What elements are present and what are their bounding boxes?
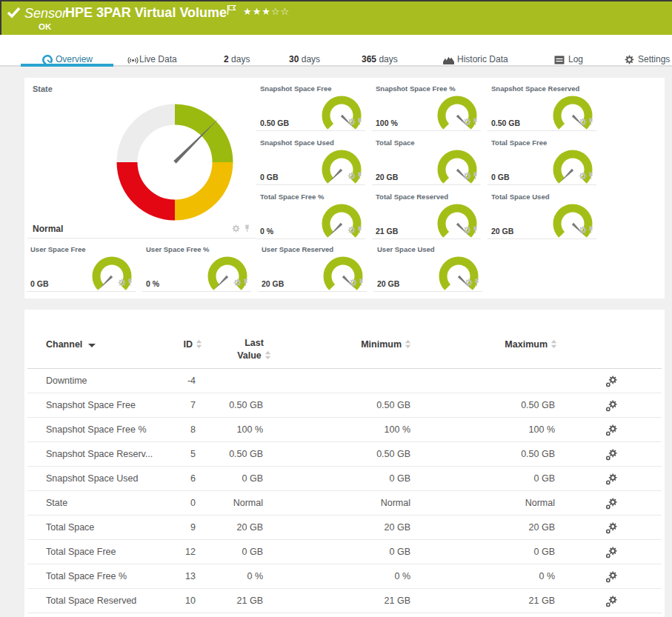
channel-last-value: 0 GB [242, 540, 264, 564]
table-row: State 0 Normal Normal Normal [27, 491, 662, 516]
channel-id: 9 [190, 516, 196, 539]
gauge-settings-icon[interactable] [233, 276, 242, 288]
gauge-settings-icon[interactable] [579, 115, 587, 127]
channel-name[interactable]: Total Space Reserved [46, 589, 136, 613]
gauge-pin-icon[interactable] [587, 115, 595, 127]
gauge-pin-icon[interactable] [471, 169, 479, 181]
channel-name[interactable]: Downtime [46, 369, 87, 393]
channel-last-value: 0.50 GB [229, 393, 263, 417]
gauge-value: 20 GB [262, 279, 284, 288]
gauge-title: Total Space Free [491, 139, 547, 147]
sensor-type-label: Sensor [24, 6, 67, 21]
flag-icon[interactable] [227, 4, 237, 19]
gauge-settings-icon[interactable] [349, 276, 357, 288]
column-header-maximum[interactable]: Maximum [505, 339, 557, 350]
gauge-pin-icon[interactable] [587, 223, 595, 236]
gauge-panel: User Space Free % 0 % [142, 239, 251, 292]
channel-name[interactable]: Total Space [46, 516, 94, 539]
column-header-id[interactable]: ID [184, 339, 203, 350]
gauge-pin-icon[interactable] [356, 169, 364, 181]
gauge-settings-icon[interactable] [579, 223, 587, 236]
gauge-value: 20 GB [491, 227, 513, 236]
gauge-settings-icon[interactable] [579, 169, 587, 181]
table-row: Total Space Free % 13 0 % 0 % 0 % [27, 564, 662, 589]
gauge-pin-icon[interactable] [471, 223, 479, 236]
gauge-pin-icon[interactable] [356, 223, 364, 236]
channel-minimum: 0 GB [390, 540, 411, 564]
channel-id: 12 [185, 540, 196, 564]
tab-historic-data[interactable]: Historic Data [457, 54, 508, 64]
gauge-settings-icon[interactable] [232, 221, 240, 234]
table-row: Total Space 9 20 GB 20 GB 20 GB [27, 516, 662, 540]
channel-settings-icon[interactable] [605, 571, 617, 583]
settings-gear-icon [625, 55, 634, 67]
gauge-panel: Total Space Reserved 21 GB [372, 187, 481, 239]
channel-name[interactable]: Snapshot Space Free % [46, 418, 147, 441]
gauge-value: 0 % [260, 227, 273, 236]
gauge-value: 0 GB [491, 173, 510, 181]
gauge-panel: User Space Used 20 GB [373, 239, 482, 292]
gauge-pin-icon[interactable] [242, 276, 250, 288]
channel-name[interactable]: State [46, 491, 67, 515]
tab-overview[interactable]: Overview [56, 54, 93, 64]
channel-settings-icon[interactable] [605, 547, 617, 558]
tab-settings[interactable]: Settings [638, 54, 670, 64]
channel-last-value: 21 GB [237, 589, 263, 613]
column-header-channel[interactable]: Channel [46, 339, 96, 350]
channel-minimum: 20 GB [385, 516, 410, 539]
channel-maximum: 0 GB [534, 467, 556, 490]
gauge-pin-icon[interactable] [243, 221, 251, 234]
gauge-settings-icon[interactable] [347, 223, 356, 236]
gauge-settings-icon[interactable] [347, 169, 356, 181]
gauge-value: 100 % [376, 119, 398, 127]
channel-id: -4 [187, 369, 196, 393]
gauge-settings-icon[interactable] [463, 115, 471, 127]
sort-desc-icon [88, 344, 96, 347]
column-header-last-value[interactable]: LastValue [224, 337, 284, 362]
column-header-minimum[interactable]: Minimum [361, 339, 411, 350]
gauge-pin-icon[interactable] [587, 169, 595, 181]
priority-stars[interactable]: ★★★☆☆ [243, 6, 290, 17]
sensor-status: OK [39, 22, 51, 31]
gauge-title: User Space Used [377, 245, 435, 253]
channel-settings-icon[interactable] [605, 498, 617, 510]
channel-settings-icon[interactable] [605, 424, 617, 436]
gauge-pin-icon[interactable] [471, 115, 479, 127]
channel-maximum: 0 GB [534, 540, 556, 564]
gauge-value: 20 GB [376, 173, 398, 181]
tab-30-days[interactable]: 30 days [289, 54, 320, 64]
gauge-pin-icon[interactable] [126, 276, 134, 288]
gauge-panel: Snapshot Space Reserved 0.50 GB [488, 79, 596, 131]
gauge-panel: User Space Reserved 20 GB [258, 239, 367, 292]
table-row: Snapshot Space Free 7 0.50 GB 0.50 GB 0.… [27, 393, 662, 418]
channel-settings-icon[interactable] [605, 473, 617, 485]
gauge-settings-icon[interactable] [463, 169, 471, 181]
channel-settings-icon[interactable] [605, 400, 617, 412]
tab-2-days[interactable]: 2 days [224, 54, 250, 64]
state-title: State [33, 84, 53, 93]
gauge-pin-icon[interactable] [357, 276, 365, 288]
gauge-pin-icon[interactable] [473, 276, 481, 288]
channel-settings-icon[interactable] [605, 449, 617, 461]
gauge-settings-icon[interactable] [465, 276, 473, 288]
channel-settings-icon[interactable] [605, 522, 617, 534]
tab-live-data[interactable]: Live Data [139, 54, 177, 64]
channel-name[interactable]: Total Space Free % [46, 564, 127, 588]
gauge-settings-icon[interactable] [463, 223, 471, 236]
channel-name[interactable]: Snapshot Space Free [46, 393, 136, 417]
gauge-title: User Space Reserved [262, 245, 333, 253]
channel-settings-icon[interactable] [605, 596, 617, 607]
channel-name[interactable]: Total Space Free [46, 540, 116, 564]
gauge-value: 0.50 GB [491, 119, 520, 127]
channel-last-value: Normal [233, 491, 263, 515]
channel-name[interactable]: Snapshot Space Used [46, 467, 138, 490]
gauge-settings-icon[interactable] [347, 115, 356, 127]
gauge-pin-icon[interactable] [356, 115, 364, 127]
channel-name[interactable]: Snapshot Space Reserv... [46, 442, 153, 466]
tab-log[interactable]: Log [568, 54, 583, 64]
table-row: Downtime -4 [27, 369, 662, 393]
gauge-panel: Total Space Free 0 GB [488, 133, 596, 185]
tab-365-days[interactable]: 365 days [362, 54, 398, 64]
channel-settings-icon[interactable] [605, 376, 617, 387]
gauge-settings-icon[interactable] [118, 276, 126, 288]
